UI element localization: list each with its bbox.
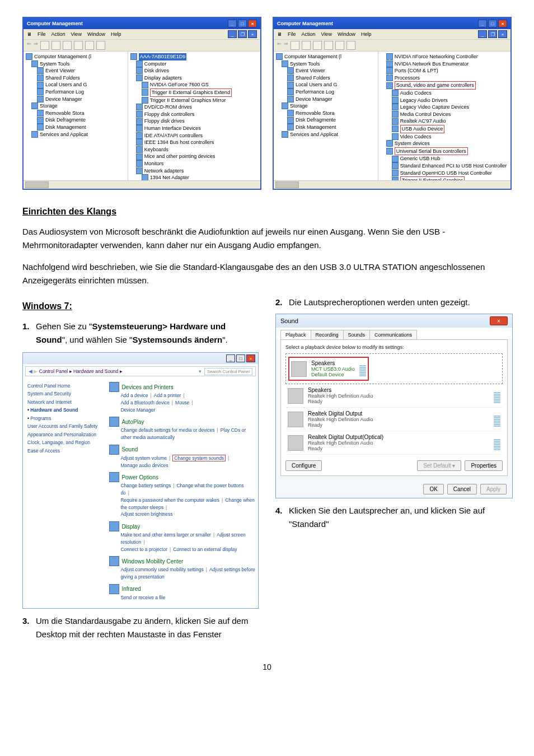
sidebar-item[interactable]: Hardware and Sound <box>27 406 102 414</box>
sidebar-item[interactable]: Clock, Language, and Region <box>27 438 102 446</box>
tab-playback[interactable]: Playback <box>280 330 311 339</box>
sidebar-item[interactable]: Network and Internet <box>27 398 102 406</box>
tree-item[interactable]: Generic USB Hub <box>392 155 508 162</box>
tree-item[interactable]: Performance Log <box>37 88 125 96</box>
sidebar-item[interactable]: System and Security <box>27 390 102 398</box>
control-panel-sidebar[interactable]: Control Panel HomeSystem and SecurityNet… <box>23 379 107 608</box>
toolbar-icon[interactable] <box>85 41 94 50</box>
sidebar-item[interactable]: Programs <box>27 414 102 422</box>
maximize-button[interactable]: □ <box>488 20 497 27</box>
category-title[interactable]: Devices and Printers <box>109 382 256 392</box>
category-link[interactable]: Device Manager <box>120 407 155 413</box>
back-icon[interactable]: ◀ <box>29 368 32 374</box>
forward-icon[interactable]: ⇒ <box>34 41 38 50</box>
tree-right-pane[interactable]: NVIDIA nForce Networking ControllerNVIDI… <box>378 52 510 180</box>
cancel-button[interactable]: Cancel <box>447 484 477 494</box>
tree-item[interactable]: Services and Applicat <box>282 131 376 138</box>
configure-button[interactable]: Configure <box>285 460 322 471</box>
minimize-button[interactable]: _ <box>478 20 487 27</box>
control-panel-main[interactable]: Devices and PrintersAdd a device|Add a p… <box>107 379 258 608</box>
sound-device-item[interactable]: SpeakersRealtek High Definition AudioRea… <box>285 384 503 408</box>
toolbar-icon[interactable] <box>40 41 49 50</box>
category-link[interactable]: Adjust screen brightness <box>120 511 172 517</box>
tree-item[interactable]: Storage <box>31 102 125 110</box>
tree-item[interactable]: Floppy disk controllers <box>136 111 258 118</box>
category-link[interactable]: Change battery settings <box>120 483 171 488</box>
tree-item[interactable]: Media Control Devices <box>392 111 508 118</box>
tree-item[interactable]: Event Viewer <box>287 67 376 74</box>
toolbar-icon[interactable] <box>302 41 311 50</box>
tree-item[interactable]: Device Manager <box>37 96 125 103</box>
inner-close-icon[interactable]: × <box>248 30 257 38</box>
tree-item[interactable]: Disk Defragmente <box>37 116 125 124</box>
tree-item[interactable]: Removable Stora <box>287 110 376 117</box>
tree-item[interactable]: Legacy Audio Drivers <box>392 97 508 104</box>
category-link[interactable]: Manage audio devices <box>120 463 168 468</box>
category-title[interactable]: Infrared <box>109 584 256 594</box>
tree-item[interactable]: System Tools <box>282 60 376 68</box>
tree-item[interactable]: Shared Folders <box>37 74 125 82</box>
close-button[interactable]: × <box>246 354 255 362</box>
tree-item[interactable]: Storage <box>282 102 376 110</box>
tree-item[interactable]: Audio Codecs <box>392 90 508 97</box>
properties-button[interactable]: Properties <box>465 460 503 471</box>
tree-item[interactable]: Event Viewer <box>37 67 125 74</box>
menu-action[interactable]: Action <box>51 31 65 37</box>
tree-item[interactable]: Trigger II External Graphics Extend <box>142 88 258 97</box>
category-link[interactable]: Connect to a projector <box>120 547 167 552</box>
sound-device-item[interactable]: Realtek Digital OutputRealtek High Defin… <box>285 408 503 431</box>
tree-item[interactable]: Human Interface Devices <box>136 125 258 132</box>
category-title[interactable]: Sound <box>109 445 256 455</box>
inner-restore-icon[interactable]: ❐ <box>238 30 247 38</box>
sidebar-item[interactable]: Ease of Access <box>27 447 102 455</box>
tree-item[interactable]: NVIDIA nForce Networking Controller <box>386 53 508 60</box>
tree-item[interactable]: Disk drives <box>136 67 258 74</box>
ok-button[interactable]: OK <box>423 484 443 494</box>
inner-min-icon[interactable]: _ <box>228 30 237 38</box>
tree-item[interactable]: Monitors <box>136 160 258 167</box>
maximize-button[interactable]: □ <box>238 20 247 27</box>
tree-item[interactable]: System Tools <box>31 60 125 68</box>
toolbar-icon[interactable] <box>63 41 72 50</box>
tree-item[interactable]: Ports (COM & LPT) <box>386 67 508 74</box>
computer-node[interactable]: AAA-7AB01E9E1D9 <box>139 53 187 60</box>
inner-min-icon[interactable]: _ <box>478 30 487 38</box>
tree-item[interactable]: Network adapters <box>136 167 258 175</box>
apply-button[interactable]: Apply <box>480 484 507 494</box>
tab-recording[interactable]: Recording <box>311 330 344 339</box>
scrollbar[interactable] <box>274 180 510 189</box>
toolbar-icon[interactable] <box>291 41 299 50</box>
close-button[interactable]: × <box>498 20 507 27</box>
tree-item[interactable]: NVIDIA Network Bus Enumerator <box>386 60 508 68</box>
set-default-button[interactable]: Set Default ▾ <box>417 460 461 471</box>
search-input[interactable]: Search Control Panel <box>204 368 252 375</box>
tree-item[interactable]: Sound, video and game controllers <box>386 81 508 90</box>
tree-item[interactable]: Standard OpenHCD USB Host Controller <box>392 170 508 177</box>
category-link[interactable]: Mouse <box>175 400 190 405</box>
menu-view[interactable]: View <box>321 31 332 37</box>
category-link[interactable]: Require a password when the computer wak… <box>120 497 219 503</box>
tree-item[interactable]: Computer Management (l <box>26 53 125 60</box>
tree-item[interactable]: 1394 Net Adapter <box>142 174 258 180</box>
tree-item[interactable]: Processors <box>386 74 508 82</box>
minimize-button[interactable]: _ <box>226 354 235 362</box>
toolbar-icon[interactable] <box>74 41 83 50</box>
tree-item[interactable]: Computer Management (l <box>276 53 376 60</box>
tree-item[interactable]: Disk Management <box>37 124 125 131</box>
menu-action[interactable]: Action <box>302 31 316 37</box>
category-title[interactable]: Windows Mobility Center <box>109 556 256 566</box>
tree-item[interactable]: Mice and other pointing devices <box>136 153 258 160</box>
tree-right-pane[interactable]: AAA-7AB01E9E1D9 ComputerDisk drivesDispl… <box>128 52 260 180</box>
tree-item[interactable]: Local Users and G <box>37 81 125 88</box>
device-list[interactable]: SpeakersMCT USB3.0 AudioDefault DeviceSp… <box>285 353 503 455</box>
minimize-button[interactable]: _ <box>228 20 237 27</box>
toolbar-icon[interactable] <box>313 41 322 50</box>
tab-communications[interactable]: Communications <box>369 330 417 339</box>
sidebar-item[interactable]: Appearance and Personalization <box>27 431 102 438</box>
tree-item[interactable]: Display adapters <box>136 74 258 82</box>
category-title[interactable]: Power Options <box>109 472 256 482</box>
category-link[interactable]: Make text and other items larger or smal… <box>120 532 211 538</box>
category-link[interactable]: Add a printer <box>154 393 181 398</box>
forward-icon[interactable]: ⇒ <box>284 41 288 50</box>
tree-item[interactable]: Universal Serial Bus controllers <box>386 147 508 156</box>
